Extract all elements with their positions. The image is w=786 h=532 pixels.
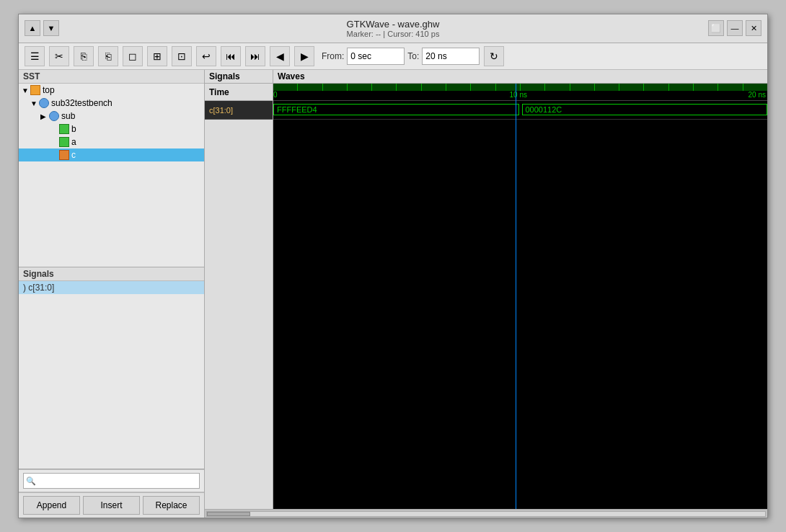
time-ruler: 0 10 ns 20 ns — [273, 84, 767, 101]
waves-header-row: Signals Waves — [205, 70, 767, 84]
goto-start-button[interactable]: ⏮ — [221, 46, 241, 66]
tree-item-a[interactable]: a — [19, 136, 204, 148]
paste-button[interactable]: ⎗ — [98, 46, 118, 66]
search-bar: 🔍 — [19, 469, 204, 492]
signal-display-name: c[31:0] — [209, 106, 233, 115]
from-label: From: — [322, 51, 344, 61]
prev-button[interactable]: ◀ — [270, 46, 290, 66]
horizontal-scrollbar[interactable] — [205, 509, 767, 518]
search-container: 🔍 — [23, 473, 200, 489]
folder-icon-top — [30, 85, 40, 95]
ruler-label-0: 0 — [273, 91, 278, 99]
tree-item-b[interactable]: b — [19, 123, 204, 136]
titlebar-nav: ▲ ▼ — [25, 20, 59, 36]
sst-header: SST — [19, 70, 204, 84]
toolbar: ☰ ✂ ⎘ ⎗ ◻ ⊞ ⊡ ↩ ⏮ ⏭ ◀ ▶ From: To: ↻ — [19, 43, 767, 70]
menu-button[interactable]: ☰ — [25, 46, 45, 66]
tree-label-c: c — [71, 150, 76, 160]
close-button[interactable]: ✕ — [746, 20, 761, 36]
signals-col-header: Signals — [205, 70, 273, 83]
scrollbar-track[interactable] — [206, 511, 766, 517]
arrow-top: ▼ — [22, 87, 29, 94]
time-header: Time — [205, 84, 273, 101]
arrow-sub: ▶ — [40, 112, 48, 120]
ruler-background — [273, 84, 767, 91]
insert-button[interactable]: Insert — [83, 496, 140, 515]
left-panel: SST ▼ top ▼ sub32testbench ▶ sub — [19, 70, 205, 518]
window-title: GTKWave - wave.ghw — [347, 19, 440, 30]
waves-col-header: Waves — [273, 70, 309, 83]
search-icon: 🔍 — [26, 476, 36, 486]
module-icon-sub32 — [39, 98, 49, 108]
ruler-label-20: 20 ns — [749, 91, 766, 99]
from-input[interactable] — [347, 48, 405, 65]
scroll-up-button[interactable]: ▲ — [25, 20, 40, 36]
main-content: SST ▼ top ▼ sub32testbench ▶ sub — [19, 70, 767, 518]
append-button[interactable]: Append — [23, 496, 80, 515]
to-input[interactable] — [422, 48, 480, 65]
bottom-buttons: Append Insert Replace — [19, 492, 204, 518]
window-subtitle: Marker: -- | Cursor: 410 ps — [347, 30, 440, 38]
tree-item-top[interactable]: ▼ top — [19, 84, 204, 97]
copy-button[interactable]: ⎘ — [74, 46, 94, 66]
minimize-button[interactable]: — — [727, 20, 743, 36]
wave-segment-1: FFFFEED4 — [273, 104, 519, 115]
time-label: Time — [209, 87, 229, 97]
tree-label-top: top — [43, 85, 55, 95]
right-panel: Signals Waves Time c[31:0] — [205, 70, 767, 518]
undo-button[interactable]: ↩ — [196, 46, 216, 66]
search-input[interactable] — [23, 473, 200, 489]
reload-button[interactable]: ↻ — [484, 46, 504, 66]
signals-label: Signals — [23, 269, 54, 279]
signals-section: Signals ) c[31:0] — [19, 267, 204, 469]
sst-section: SST ▼ top ▼ sub32testbench ▶ sub — [19, 70, 204, 267]
wave-value-1: FFFFEED4 — [277, 105, 317, 114]
next-button[interactable]: ▶ — [294, 46, 314, 66]
signal-icon-c — [59, 150, 69, 160]
titlebar: ▲ ▼ GTKWave - wave.ghw Marker: -- | Curs… — [19, 14, 767, 43]
tree-label-b: b — [71, 124, 76, 134]
module-icon-sub — [49, 111, 59, 121]
tree-item-sub32testbench[interactable]: ▼ sub32testbench — [19, 97, 204, 110]
signal-icon-b — [59, 124, 69, 134]
arrow-a — [50, 138, 58, 146]
goto-end-button[interactable]: ⏭ — [245, 46, 265, 66]
waveform-row-c: FFFFEED4 0000112C — [273, 101, 767, 120]
signal-name-c31: c[31:0] — [205, 101, 273, 120]
waves-body: Time c[31:0] — [205, 84, 767, 509]
ruler-label-10: 10 ns — [510, 91, 527, 99]
cursor-line — [516, 84, 516, 509]
tree-label-sub32testbench: sub32testbench — [51, 98, 112, 108]
signal-names-column: Time c[31:0] — [205, 84, 273, 509]
scrollbar-thumb[interactable] — [207, 512, 250, 516]
zoom-fit-button[interactable]: ⊞ — [147, 46, 167, 66]
wave-segment-2: 0000112C — [522, 104, 768, 115]
main-window: ▲ ▼ GTKWave - wave.ghw Marker: -- | Curs… — [18, 14, 768, 518]
signal-icon-a — [59, 137, 69, 147]
cut-button[interactable]: ✂ — [49, 46, 69, 66]
arrow-c — [50, 151, 58, 159]
tree-item-sub[interactable]: ▶ sub — [19, 110, 204, 123]
signal-name-c: ) c[31:0] — [23, 283, 54, 293]
signal-item-c[interactable]: ) c[31:0] — [19, 281, 204, 294]
maximize-button[interactable]: ⬜ — [708, 20, 724, 36]
sst-label: SST — [23, 71, 40, 81]
tree-label-sub: sub — [61, 111, 75, 121]
tree-label-a: a — [71, 137, 76, 147]
wave-value-2: 0000112C — [526, 105, 562, 114]
arrow-sub32: ▼ — [30, 99, 37, 107]
to-label: To: — [407, 51, 419, 61]
window-controls: ⬜ — ✕ — [708, 20, 761, 36]
select-all-button[interactable]: ◻ — [123, 46, 143, 66]
from-to-controls: From: To: — [322, 48, 480, 65]
waveform-area[interactable]: 0 10 ns 20 ns FFFFEED4 0000112C — [273, 84, 767, 509]
signals-header: Signals — [19, 267, 204, 281]
replace-button[interactable]: Replace — [143, 496, 200, 515]
scroll-down-button[interactable]: ▼ — [43, 20, 59, 36]
tick-marks — [273, 84, 767, 91]
zoom-button[interactable]: ⊡ — [172, 46, 192, 66]
arrow-b — [50, 125, 58, 133]
tree-item-c[interactable]: c — [19, 148, 204, 161]
